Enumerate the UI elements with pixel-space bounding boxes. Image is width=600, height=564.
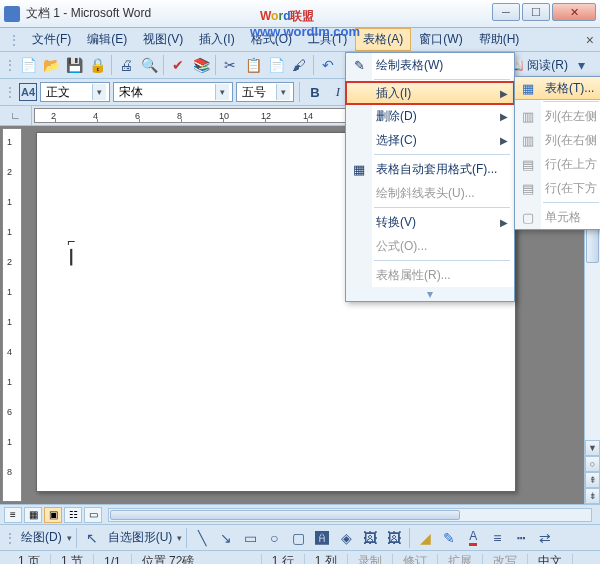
table-format-icon: ▦ bbox=[350, 160, 368, 178]
status-position: 位置 72磅 bbox=[132, 554, 262, 565]
menu-insert[interactable]: 插入(I) ▶ bbox=[345, 81, 515, 105]
line-button[interactable]: ╲ bbox=[191, 527, 213, 549]
row-below-icon: ▤ bbox=[519, 179, 537, 197]
chevron-right-icon: ▶ bbox=[500, 111, 508, 122]
chevron-right-icon: ▶ bbox=[500, 217, 508, 228]
menu-insert[interactable]: 插入(I) bbox=[191, 28, 242, 51]
chevron-down-icon: ▾ bbox=[276, 84, 290, 100]
print-view-button[interactable]: ▣ bbox=[44, 507, 62, 523]
status-language[interactable]: 中文 bbox=[528, 554, 573, 565]
hscroll-thumb[interactable] bbox=[110, 510, 460, 520]
menu-view[interactable]: 视图(V) bbox=[135, 28, 191, 51]
wordart-button[interactable]: 🅰 bbox=[311, 527, 333, 549]
arrow-style-button[interactable]: ⇄ bbox=[534, 527, 556, 549]
row-above-icon: ▤ bbox=[519, 155, 537, 173]
chevron-down-icon: ▾ bbox=[67, 533, 72, 543]
menu-help[interactable]: 帮助(H) bbox=[471, 28, 528, 51]
select-objects-button[interactable]: ↖ bbox=[81, 527, 103, 549]
textbox-button[interactable]: ▢ bbox=[287, 527, 309, 549]
copy-button[interactable]: 📋 bbox=[242, 54, 264, 76]
submenu-cell: ▢ 单元格 bbox=[515, 205, 600, 229]
undo-button[interactable]: ↶ bbox=[317, 54, 339, 76]
vertical-ruler[interactable]: 121121141618 bbox=[2, 128, 22, 502]
save-button[interactable]: 💾 bbox=[63, 54, 85, 76]
preview-button[interactable]: 🔍 bbox=[138, 54, 160, 76]
print-button[interactable]: 🖨 bbox=[115, 54, 137, 76]
chevron-right-icon: ▶ bbox=[500, 88, 508, 99]
menu-expand[interactable]: ▾ bbox=[346, 287, 514, 301]
menu-draw-table[interactable]: ✎ 绘制表格(W) bbox=[346, 53, 514, 77]
clipart-button[interactable]: 🖼 bbox=[359, 527, 381, 549]
status-record[interactable]: 录制 bbox=[348, 554, 393, 565]
submenu-col-left: ▥ 列(在左侧 bbox=[515, 104, 600, 128]
web-view-button[interactable]: ▦ bbox=[24, 507, 42, 523]
permission-button[interactable]: 🔒 bbox=[86, 54, 108, 76]
submenu-row-above: ▤ 行(在上方 bbox=[515, 152, 600, 176]
normal-view-button[interactable]: ≡ bbox=[4, 507, 22, 523]
status-extend[interactable]: 扩展 bbox=[438, 554, 483, 565]
minimize-button[interactable]: ─ bbox=[492, 3, 520, 21]
app-icon bbox=[4, 6, 20, 22]
dash-style-button[interactable]: ┅ bbox=[510, 527, 532, 549]
close-button[interactable]: ✕ bbox=[552, 3, 596, 21]
reading-view-button[interactable]: ▭ bbox=[84, 507, 102, 523]
submenu-col-right: ▥ 列(在右侧 bbox=[515, 128, 600, 152]
format-painter-button[interactable]: 🖌 bbox=[288, 54, 310, 76]
oval-button[interactable]: ○ bbox=[263, 527, 285, 549]
open-button[interactable]: 📂 bbox=[40, 54, 62, 76]
line-style-button[interactable]: ≡ bbox=[486, 527, 508, 549]
status-overwrite[interactable]: 改写 bbox=[483, 554, 528, 565]
drawing-toolbar: ⋮ 绘图(D) ▾ ↖ 自选图形(U) ▾ ╲ ↘ ▭ ○ ▢ 🅰 ◈ 🖼 🖼 … bbox=[0, 524, 600, 550]
paste-button[interactable]: 📄 bbox=[265, 54, 287, 76]
grip-icon: ⋮ bbox=[8, 33, 20, 47]
watermark-url: www.wordlm.com bbox=[250, 24, 360, 39]
tab-selector[interactable]: ∟ bbox=[0, 106, 32, 125]
pencil-icon: ✎ bbox=[350, 56, 368, 74]
new-doc-button[interactable]: 📄 bbox=[17, 54, 39, 76]
draw-menu[interactable]: 绘图(D) bbox=[18, 529, 65, 546]
read-label: 阅读(R) bbox=[527, 57, 568, 74]
font-combo[interactable]: 宋体▾ bbox=[113, 82, 233, 102]
styles-pane-button[interactable]: A4 bbox=[19, 83, 37, 101]
diagram-button[interactable]: ◈ bbox=[335, 527, 357, 549]
maximize-button[interactable]: ☐ bbox=[522, 3, 550, 21]
menu-autoformat[interactable]: ▦ 表格自动套用格式(F)... bbox=[346, 157, 514, 181]
menu-table[interactable]: 表格(A) bbox=[355, 28, 411, 51]
font-size-combo[interactable]: 五号▾ bbox=[236, 82, 294, 102]
cut-button[interactable]: ✂ bbox=[219, 54, 241, 76]
status-revision[interactable]: 修订 bbox=[393, 554, 438, 565]
text-cursor: ⌐┃ bbox=[67, 233, 75, 265]
autoshapes-menu[interactable]: 自选图形(U) bbox=[105, 529, 176, 546]
style-combo[interactable]: 正文▾ bbox=[40, 82, 110, 102]
table-icon: ▦ bbox=[519, 79, 537, 97]
toolbar-options-button[interactable]: ▾ bbox=[570, 54, 592, 76]
picture-button[interactable]: 🖼 bbox=[383, 527, 405, 549]
horizontal-scrollbar[interactable] bbox=[108, 508, 592, 522]
line-color-button[interactable]: ✎ bbox=[438, 527, 460, 549]
cell-icon: ▢ bbox=[519, 208, 537, 226]
research-button[interactable]: 📚 bbox=[190, 54, 212, 76]
chevron-down-icon: ▾ bbox=[177, 533, 182, 543]
menu-diagonal-header: 绘制斜线表头(U)... bbox=[346, 181, 514, 205]
menu-select[interactable]: 选择(C) ▶ bbox=[346, 128, 514, 152]
menu-file[interactable]: 文件(F) bbox=[24, 28, 79, 51]
insert-submenu: ▦ 表格(T)... ▥ 列(在左侧 ▥ 列(在右侧 ▤ 行(在上方 ▤ 行(在… bbox=[514, 76, 600, 230]
menu-edit[interactable]: 编辑(E) bbox=[79, 28, 135, 51]
menu-delete[interactable]: 删除(D) ▶ bbox=[346, 104, 514, 128]
prev-page-button[interactable]: ⇞ bbox=[585, 472, 600, 488]
submenu-insert-table[interactable]: ▦ 表格(T)... bbox=[514, 76, 600, 100]
menu-formula: 公式(O)... bbox=[346, 234, 514, 258]
outline-view-button[interactable]: ☷ bbox=[64, 507, 82, 523]
spellcheck-button[interactable]: ✔ bbox=[167, 54, 189, 76]
font-color-button[interactable]: A bbox=[462, 527, 484, 549]
scroll-down-button[interactable]: ▼ bbox=[585, 440, 600, 456]
menu-window[interactable]: 窗口(W) bbox=[411, 28, 470, 51]
next-page-button[interactable]: ⇟ bbox=[585, 488, 600, 504]
fill-color-button[interactable]: ◢ bbox=[414, 527, 436, 549]
rectangle-button[interactable]: ▭ bbox=[239, 527, 261, 549]
arrow-button[interactable]: ↘ bbox=[215, 527, 237, 549]
menu-close-icon[interactable]: × bbox=[586, 32, 594, 48]
bold-button[interactable]: B bbox=[305, 82, 325, 102]
menu-convert[interactable]: 转换(V) ▶ bbox=[346, 210, 514, 234]
browse-object-button[interactable]: ○ bbox=[585, 456, 600, 472]
